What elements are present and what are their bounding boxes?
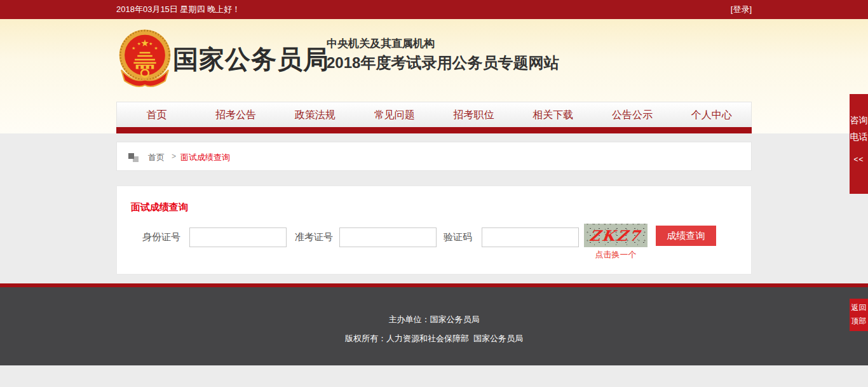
site-name: 国家公务员局: [173, 42, 329, 77]
collapse-arrows-icon[interactable]: <<: [850, 155, 868, 164]
id-number-label: 身份证号: [142, 227, 180, 247]
china-national-emblem-icon: ★ ★ ★ ★ ★: [118, 28, 172, 94]
nav-underline: [116, 127, 752, 133]
location-icon: [128, 153, 134, 159]
captcha-image[interactable]: ZKZ7: [584, 224, 648, 247]
back-to-top-button[interactable]: 返回顶部: [850, 299, 868, 331]
main-nav: 首页 招考公告 政策法规 常见问题 招考职位 相关下载 公告公示 个人中心: [116, 102, 752, 127]
nav-item-policies[interactable]: 政策法规: [276, 102, 355, 127]
nav-item-public-notices[interactable]: 公告公示: [593, 102, 672, 127]
nav-item-downloads[interactable]: 相关下载: [513, 102, 593, 127]
breadcrumb-separator: >: [172, 152, 176, 161]
id-number-input[interactable]: [189, 227, 287, 247]
ticket-number-input[interactable]: [339, 227, 437, 247]
ticket-number-label: 准考证号: [295, 227, 333, 247]
score-query-button[interactable]: 成绩查询: [656, 226, 716, 246]
breadcrumb: 首页 > 面试成绩查询: [116, 142, 752, 171]
consult-phone-tab[interactable]: 咨询电话 <<: [850, 94, 868, 194]
breadcrumb-current: 面试成绩查询: [180, 152, 230, 163]
nav-item-faq[interactable]: 常见问题: [355, 102, 434, 127]
panel-title: 面试成绩查询: [131, 201, 188, 214]
login-link[interactable]: [登录]: [731, 0, 752, 19]
page-footer: 主办单位：国家公务员局 版权所有：人力资源和社会保障部 国家公务员局: [0, 287, 868, 365]
captcha-text: ZKZ7: [588, 224, 644, 247]
footer-copyright: 版权所有：人力资源和社会保障部 国家公务员局: [0, 333, 868, 344]
svg-text:★: ★: [140, 37, 149, 48]
nav-item-home[interactable]: 首页: [117, 102, 196, 127]
interview-score-query-panel: 面试成绩查询 身份证号 准考证号 验证码 ZKZ7 点击换一个 成绩查询: [116, 186, 752, 275]
svg-text:★: ★: [149, 41, 153, 46]
site-subtitle-org: 中央机关及其直属机构: [327, 36, 435, 51]
svg-text:★: ★: [132, 46, 135, 50]
svg-text:★: ★: [154, 46, 158, 50]
nav-item-positions[interactable]: 招考职位: [434, 102, 513, 127]
breadcrumb-home-link[interactable]: 首页: [148, 152, 165, 163]
captcha-label: 验证码: [444, 227, 472, 247]
site-subtitle-year: 2018年度考试录用公务员专题网站: [327, 53, 559, 73]
nav-item-personal-center[interactable]: 个人中心: [672, 102, 751, 127]
top-bar: 2018年03月15日 星期四 晚上好！ [登录]: [0, 0, 868, 19]
consult-phone-label: 咨询电话: [850, 112, 868, 145]
datetime-text: 2018年03月15日 星期四 晚上好！: [116, 0, 240, 19]
nav-item-announcements[interactable]: 招考公告: [196, 102, 276, 127]
svg-text:★: ★: [137, 41, 141, 46]
captcha-input[interactable]: [482, 227, 579, 247]
captcha-refresh-link[interactable]: 点击换一个: [584, 249, 648, 261]
footer-organizer: 主办单位：国家公务员局: [0, 314, 868, 325]
